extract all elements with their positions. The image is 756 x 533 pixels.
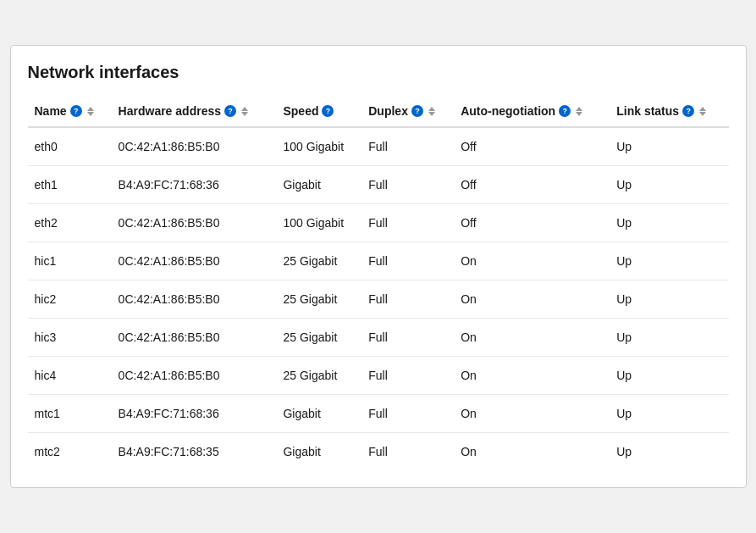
col-header-auto-negotiation: Auto-negotiation ? <box>454 96 610 127</box>
col-label-auto-negotiation: Auto-negotiation <box>461 104 555 118</box>
table-body: eth00C:42:A1:86:B5:B0100 GigabitFullOffU… <box>28 127 729 470</box>
cell-speed: Gigabit <box>276 395 361 433</box>
network-interfaces-panel: Network interfaces Name ? Hardware addre… <box>10 45 747 488</box>
table-header-row: Name ? Hardware address ? Speed ? <box>28 96 729 127</box>
cell-name: eth2 <box>28 204 112 242</box>
cell-duplex: Full <box>361 280 454 319</box>
cell-name: mtc1 <box>28 395 112 433</box>
cell-speed: 25 Gigabit <box>276 319 361 357</box>
cell-speed: Gigabit <box>276 166 361 204</box>
help-icon-duplex[interactable]: ? <box>411 105 423 117</box>
col-header-duplex: Duplex ? <box>361 96 454 127</box>
cell-auto_negotiation: On <box>454 395 610 433</box>
cell-hardware_address: 0C:42:A1:86:B5:B0 <box>112 280 277 319</box>
cell-link_status: Up <box>610 357 728 395</box>
cell-name: hic3 <box>28 319 112 357</box>
cell-auto_negotiation: On <box>454 357 610 395</box>
table-row: hic30C:42:A1:86:B5:B025 GigabitFullOnUp <box>28 319 729 357</box>
cell-speed: 100 Gigabit <box>276 204 361 242</box>
cell-auto_negotiation: On <box>454 319 610 357</box>
col-label-speed: Speed <box>283 104 318 118</box>
help-icon-name[interactable]: ? <box>70 105 82 117</box>
cell-duplex: Full <box>361 395 454 433</box>
table-row: eth00C:42:A1:86:B5:B0100 GigabitFullOffU… <box>28 127 729 166</box>
cell-link_status: Up <box>610 319 728 357</box>
table-row: mtc1B4:A9:FC:71:68:36GigabitFullOnUp <box>28 395 729 433</box>
cell-speed: 25 Gigabit <box>276 280 361 319</box>
cell-name: eth0 <box>28 127 112 166</box>
network-interfaces-table: Name ? Hardware address ? Speed ? <box>28 96 729 470</box>
col-header-link-status: Link status ? <box>610 96 728 127</box>
cell-name: hic2 <box>28 280 112 319</box>
cell-hardware_address: B4:A9:FC:71:68:36 <box>112 166 277 204</box>
cell-hardware_address: 0C:42:A1:86:B5:B0 <box>112 319 277 357</box>
cell-duplex: Full <box>361 204 454 242</box>
cell-auto_negotiation: On <box>454 433 610 471</box>
col-header-speed: Speed ? <box>276 96 361 127</box>
table-row: mtc2B4:A9:FC:71:68:35GigabitFullOnUp <box>28 433 729 471</box>
cell-link_status: Up <box>610 280 728 319</box>
cell-name: eth1 <box>28 166 112 204</box>
col-header-name: Name ? <box>28 96 112 127</box>
col-label-link-status: Link status <box>616 104 679 118</box>
cell-name: mtc2 <box>28 433 112 471</box>
col-label-hardware-address: Hardware address <box>119 104 221 118</box>
table-row: eth20C:42:A1:86:B5:B0100 GigabitFullOffU… <box>28 204 729 242</box>
sort-icon-duplex[interactable] <box>428 107 435 116</box>
help-icon-auto-negotiation[interactable]: ? <box>559 105 571 117</box>
help-icon-link-status[interactable]: ? <box>682 105 694 117</box>
cell-link_status: Up <box>610 204 728 242</box>
cell-speed: 25 Gigabit <box>276 242 361 280</box>
help-icon-hardware-address[interactable]: ? <box>224 105 236 117</box>
cell-duplex: Full <box>361 433 454 471</box>
table-row: hic40C:42:A1:86:B5:B025 GigabitFullOnUp <box>28 357 729 395</box>
cell-link_status: Up <box>610 433 728 471</box>
cell-auto_negotiation: On <box>454 242 610 280</box>
cell-speed: 100 Gigabit <box>276 127 361 166</box>
cell-link_status: Up <box>610 395 728 433</box>
cell-auto_negotiation: On <box>454 280 610 319</box>
sort-icon-hardware-address[interactable] <box>241 107 248 116</box>
cell-duplex: Full <box>361 127 454 166</box>
table-row: hic20C:42:A1:86:B5:B025 GigabitFullOnUp <box>28 280 729 319</box>
sort-icon-auto-negotiation[interactable] <box>576 107 582 116</box>
cell-duplex: Full <box>361 166 454 204</box>
cell-hardware_address: 0C:42:A1:86:B5:B0 <box>112 204 277 242</box>
col-label-duplex: Duplex <box>368 104 408 118</box>
table-row: eth1B4:A9:FC:71:68:36GigabitFullOffUp <box>28 166 729 204</box>
cell-name: hic1 <box>28 242 112 280</box>
cell-auto_negotiation: Off <box>454 127 610 166</box>
cell-link_status: Up <box>610 242 728 280</box>
cell-duplex: Full <box>361 242 454 280</box>
cell-link_status: Up <box>610 166 728 204</box>
cell-auto_negotiation: Off <box>454 204 610 242</box>
cell-hardware_address: 0C:42:A1:86:B5:B0 <box>112 357 277 395</box>
sort-icon-link-status[interactable] <box>699 107 706 116</box>
cell-speed: 25 Gigabit <box>276 357 361 395</box>
cell-hardware_address: 0C:42:A1:86:B5:B0 <box>112 242 277 280</box>
cell-speed: Gigabit <box>276 433 361 471</box>
help-icon-speed[interactable]: ? <box>322 105 334 117</box>
col-label-name: Name <box>35 104 67 118</box>
sort-icon-name[interactable] <box>87 107 94 116</box>
cell-hardware_address: B4:A9:FC:71:68:36 <box>112 395 277 433</box>
cell-hardware_address: 0C:42:A1:86:B5:B0 <box>112 127 277 166</box>
table-row: hic10C:42:A1:86:B5:B025 GigabitFullOnUp <box>28 242 729 280</box>
page-title: Network interfaces <box>28 63 729 82</box>
cell-duplex: Full <box>361 319 454 357</box>
cell-hardware_address: B4:A9:FC:71:68:35 <box>112 433 277 471</box>
cell-link_status: Up <box>610 127 728 166</box>
col-header-hardware-address: Hardware address ? <box>112 96 277 127</box>
cell-auto_negotiation: Off <box>454 166 610 204</box>
cell-duplex: Full <box>361 357 454 395</box>
cell-name: hic4 <box>28 357 112 395</box>
